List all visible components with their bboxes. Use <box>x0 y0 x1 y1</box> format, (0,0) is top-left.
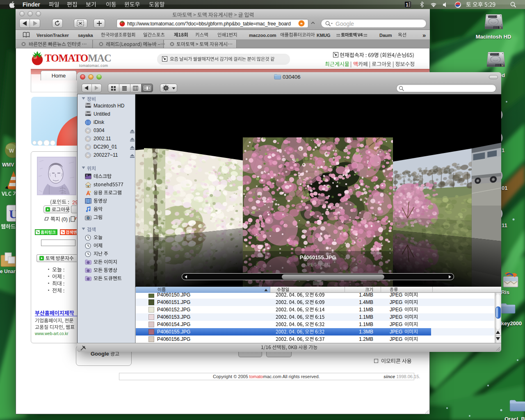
svg-text:1: 1 <box>406 2 409 8</box>
svg-text:W: W <box>9 148 14 154</box>
